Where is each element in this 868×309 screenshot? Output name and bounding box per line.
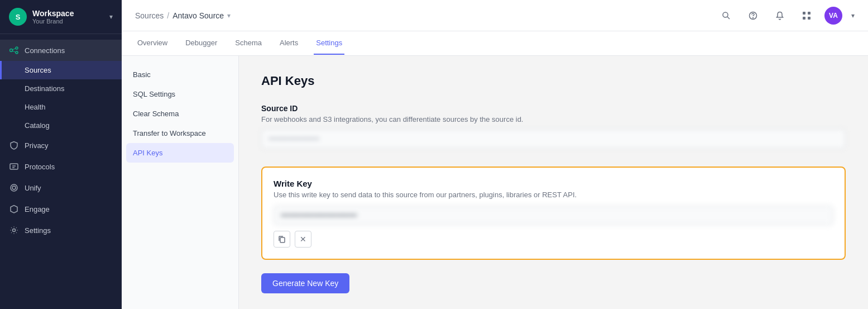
sidebar-item-health[interactable]: Health <box>0 98 122 116</box>
avatar-chevron-icon[interactable]: ▾ <box>851 12 855 20</box>
tab-schema[interactable]: Schema <box>233 32 264 55</box>
settings-nav-transfer[interactable]: Transfer to Workspace <box>122 123 238 143</box>
main-content: Sources / Antavo Source ▾ VA ▾ Overview … <box>122 0 868 309</box>
svg-point-1 <box>16 47 18 49</box>
workspace-chevron-icon[interactable]: ▾ <box>109 13 113 21</box>
write-key-input[interactable] <box>274 206 833 225</box>
shield-icon <box>9 140 19 150</box>
write-key-actions: ✕ <box>274 231 833 248</box>
write-key-section: Write Key Use this write key to send dat… <box>261 167 846 260</box>
sidebar-item-connections[interactable]: Connections <box>0 40 122 61</box>
settings-nav-basic[interactable]: Basic <box>122 65 238 84</box>
page-title: API Keys <box>261 74 846 88</box>
breadcrumb: Sources / Antavo Source ▾ <box>135 11 231 20</box>
settings-nav-clear-schema[interactable]: Clear Schema <box>122 104 238 123</box>
notifications-button[interactable] <box>771 7 789 25</box>
engage-label: Engage <box>25 205 50 213</box>
source-id-input[interactable] <box>261 129 846 149</box>
sources-label: Sources <box>25 66 51 74</box>
source-id-label: Source ID <box>261 104 846 113</box>
sidebar-item-protocols[interactable]: Protocols <box>0 156 122 177</box>
settings-label: Settings <box>25 226 51 235</box>
svg-line-4 <box>12 51 16 53</box>
header-actions: VA ▾ <box>717 7 855 25</box>
sidebar-item-catalog[interactable]: Catalog <box>0 116 122 135</box>
gear-icon <box>9 225 19 235</box>
tab-overview[interactable]: Overview <box>135 32 170 55</box>
connections-label: Connections <box>25 46 65 55</box>
connections-icon <box>9 45 19 55</box>
generate-new-key-button[interactable]: Generate New Key <box>261 273 349 293</box>
breadcrumb-separator: / <box>167 11 169 20</box>
svg-point-14 <box>753 17 754 18</box>
svg-rect-16 <box>808 12 811 15</box>
tab-settings[interactable]: Settings <box>314 32 344 55</box>
destinations-label: Destinations <box>25 84 65 93</box>
svg-point-11 <box>723 12 728 17</box>
protocols-label: Protocols <box>25 163 55 171</box>
privacy-label: Privacy <box>25 141 49 150</box>
settings-content: API Keys Source ID For webhooks and S3 i… <box>239 56 868 309</box>
apps-button[interactable] <box>798 7 816 25</box>
tab-alerts[interactable]: Alerts <box>277 32 300 55</box>
workspace-brand: Your Brand <box>32 18 74 25</box>
content-area: Basic SQL Settings Clear Schema Transfer… <box>122 56 868 309</box>
protocols-icon <box>9 161 19 172</box>
workspace-name: Workspace <box>32 9 74 18</box>
sidebar-item-privacy[interactable]: Privacy <box>0 135 122 156</box>
breadcrumb-dropdown-icon[interactable]: ▾ <box>227 12 231 20</box>
unify-label: Unify <box>25 184 41 192</box>
write-key-label: Write Key <box>274 179 833 188</box>
svg-rect-18 <box>808 17 811 20</box>
svg-rect-15 <box>803 12 805 15</box>
clear-button[interactable]: ✕ <box>295 231 311 248</box>
sidebar-item-unify[interactable]: Unify <box>0 177 122 198</box>
svg-rect-5 <box>10 164 18 169</box>
source-id-description: For webhooks and S3 integrations, you ca… <box>261 115 846 123</box>
settings-nav: Basic SQL Settings Clear Schema Transfer… <box>122 56 239 309</box>
search-button[interactable] <box>717 7 735 25</box>
breadcrumb-current: Antavo Source <box>172 11 224 20</box>
sidebar-item-destinations[interactable]: Destinations <box>0 79 122 98</box>
svg-point-2 <box>16 51 18 54</box>
svg-line-12 <box>727 17 730 19</box>
catalog-label: Catalog <box>25 121 50 130</box>
unify-icon <box>9 183 19 193</box>
close-icon: ✕ <box>300 235 306 244</box>
settings-nav-sql[interactable]: SQL Settings <box>122 84 238 104</box>
svg-point-8 <box>11 184 17 191</box>
settings-nav-api-keys[interactable]: API Keys <box>126 143 234 163</box>
svg-line-3 <box>12 49 16 50</box>
svg-point-9 <box>12 186 16 189</box>
help-button[interactable] <box>744 7 762 25</box>
sidebar-item-engage[interactable]: Engage <box>0 198 122 220</box>
top-header: Sources / Antavo Source ▾ VA ▾ <box>122 0 868 31</box>
health-label: Health <box>25 103 46 111</box>
source-id-section: Source ID For webhooks and S3 integratio… <box>261 104 846 149</box>
sidebar-item-sources[interactable]: Sources <box>0 61 122 79</box>
svg-point-10 <box>13 229 16 232</box>
engage-icon <box>9 204 19 214</box>
tab-debugger[interactable]: Debugger <box>183 32 219 55</box>
svg-rect-17 <box>803 17 805 20</box>
workspace-logo[interactable]: S Workspace Your Brand ▾ <box>0 0 122 34</box>
breadcrumb-parent[interactable]: Sources <box>135 11 164 20</box>
sidebar: S Workspace Your Brand ▾ Connections Sou… <box>0 0 122 309</box>
svg-point-0 <box>10 49 13 52</box>
sidebar-item-settings[interactable]: Settings <box>0 220 122 241</box>
svg-rect-19 <box>280 237 285 243</box>
copy-button[interactable] <box>274 231 290 248</box>
avatar[interactable]: VA <box>824 7 842 25</box>
tabs-bar: Overview Debugger Schema Alerts Settings <box>122 31 868 56</box>
write-key-description: Use this write key to send data to this … <box>274 191 833 199</box>
workspace-info: Workspace Your Brand <box>32 9 74 25</box>
logo-icon: S <box>9 8 27 26</box>
sidebar-nav: Connections Sources Destinations Health … <box>0 34 122 246</box>
